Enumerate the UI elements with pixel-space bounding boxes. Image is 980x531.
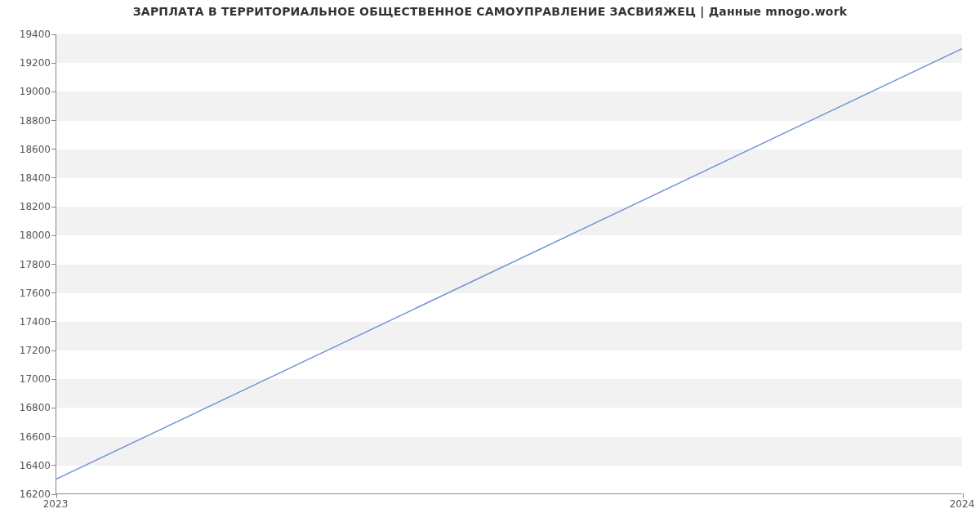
y-tick-label: 18800: [20, 115, 51, 127]
y-tick: [51, 34, 56, 35]
chart-title: ЗАРПЛАТА В ТЕРРИТОРИАЛЬНОЕ ОБЩЕСТВЕННОЕ …: [0, 5, 980, 18]
data-line: [56, 34, 962, 493]
y-tick-label: 19000: [20, 86, 51, 97]
y-tick-label: 17800: [20, 259, 51, 270]
y-tick: [51, 91, 56, 92]
y-tick-label: 16600: [20, 431, 51, 443]
series-line: [56, 49, 962, 480]
y-tick-label: 17400: [20, 316, 51, 328]
y-tick: [51, 379, 56, 380]
y-tick-label: 16800: [20, 402, 51, 413]
y-tick: [51, 465, 56, 466]
y-tick: [51, 63, 56, 64]
y-tick: [51, 149, 56, 149]
y-tick: [51, 120, 56, 121]
y-tick: [51, 408, 56, 408]
x-tick-label: 2023: [43, 498, 69, 510]
y-tick-label: 16400: [20, 460, 51, 471]
y-tick: [51, 321, 56, 322]
y-tick-label: 18400: [20, 172, 51, 184]
y-tick: [51, 177, 56, 178]
y-tick-label: 17000: [20, 373, 51, 385]
y-tick: [51, 350, 56, 351]
y-tick-label: 17200: [20, 345, 51, 356]
y-tick-label: 17600: [20, 288, 51, 299]
y-tick-label: 18200: [20, 201, 51, 212]
y-tick-label: 19400: [20, 29, 51, 40]
y-tick-label: 18000: [20, 230, 51, 241]
y-tick: [51, 292, 56, 293]
y-tick-label: 19200: [20, 57, 51, 69]
y-tick: [51, 264, 56, 265]
plot-area: [56, 34, 962, 494]
x-tick-label: 2024: [950, 498, 975, 510]
y-tick-label: 18600: [20, 144, 51, 155]
y-tick: [51, 235, 56, 236]
y-tick: [51, 207, 56, 207]
y-tick: [51, 436, 56, 437]
